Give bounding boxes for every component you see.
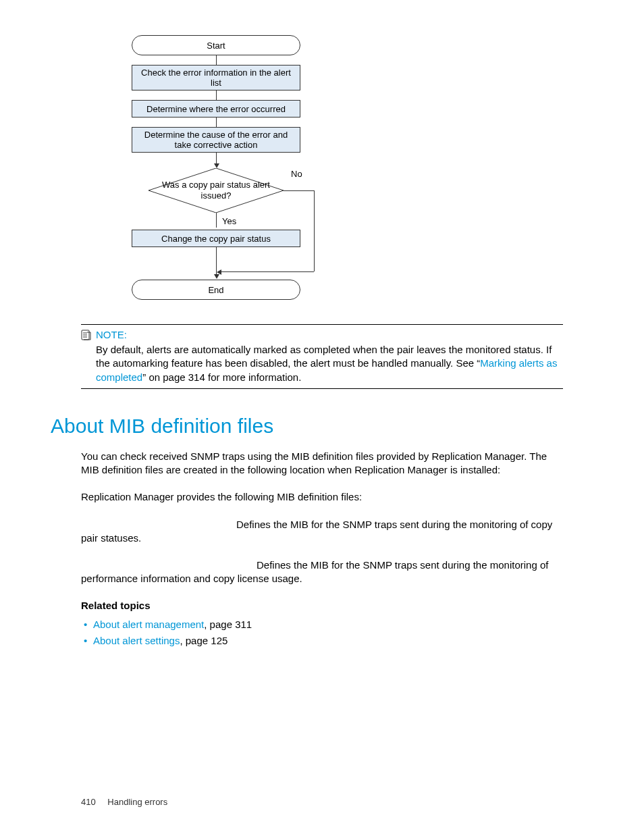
page-footer: 410 Handling errors [81, 797, 167, 807]
flowchart-start: Start [132, 35, 300, 55]
section-def2: Defines the MIB for the SNMP traps sent … [81, 558, 563, 586]
note-block: NOTE: By default, alerts are automatical… [81, 324, 563, 389]
flowchart-diagram: Start Check the error information in the… [118, 35, 314, 305]
section-p1: You can check received SNMP traps using … [81, 450, 563, 477]
flowchart-yes-label: Yes [222, 216, 236, 226]
flowchart-step3: Determine the cause of the error and tak… [132, 127, 300, 153]
page-number: 410 [81, 797, 96, 807]
note-body: By default, alerts are automatically mar… [96, 343, 563, 384]
flowchart-step2: Determine where the error occurred [132, 100, 300, 118]
link-about-alert-management[interactable]: About alert management [93, 619, 204, 630]
note-label: NOTE: [96, 329, 127, 340]
section-def1: Defines the MIB for the SNMP traps sent … [81, 518, 563, 546]
flowchart-decision: Was a copy pair status alert issued? [149, 168, 284, 213]
section-heading: About MIB definition files [51, 415, 563, 438]
flowchart-step4: Change the copy pair status [132, 230, 300, 247]
list-item: About alert settings, page 125 [81, 633, 563, 649]
related-topics-heading: Related topics [81, 600, 563, 611]
flowchart-no-label: No [291, 169, 302, 179]
link-about-alert-settings[interactable]: About alert settings [93, 635, 180, 646]
chapter-title: Handling errors [107, 797, 167, 807]
flowchart-end: End [132, 280, 300, 300]
related-topics-list: About alert management, page 311 About a… [81, 617, 563, 649]
note-icon [81, 330, 92, 340]
list-item: About alert management, page 311 [81, 617, 563, 633]
flowchart-step1: Check the error information in the alert… [132, 65, 300, 90]
section-p2: Replication Manager provides the followi… [81, 490, 563, 504]
